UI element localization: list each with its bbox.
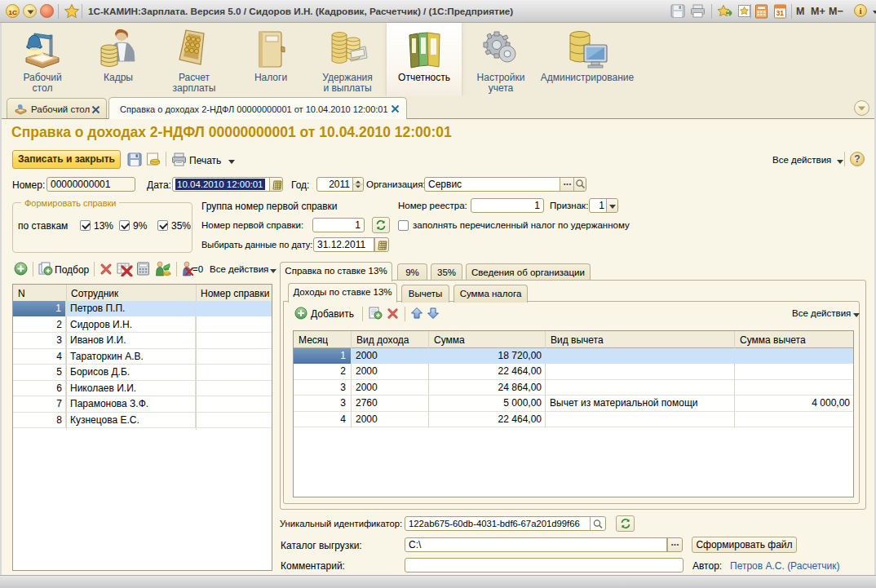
svg-text:31: 31 [776, 9, 785, 17]
svg-text:1С: 1С [9, 9, 17, 16]
